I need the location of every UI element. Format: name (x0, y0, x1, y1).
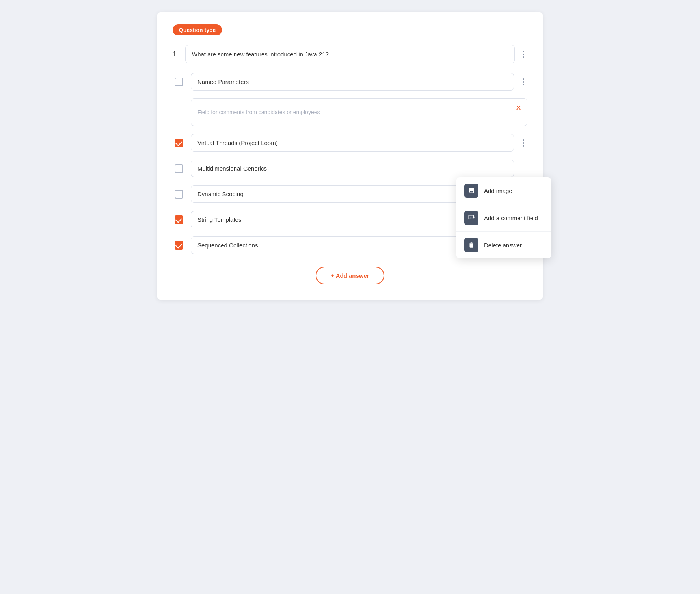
checkbox-wrap (173, 239, 185, 252)
menu-item-delete-answer-label: Delete answer (484, 242, 522, 249)
answer-checkbox-a5[interactable] (175, 215, 183, 224)
question-row: 1 (173, 45, 527, 63)
answer-more-btn-a2[interactable] (519, 137, 527, 149)
answer-input-a2[interactable] (191, 134, 514, 152)
question-more-btn[interactable] (519, 48, 527, 60)
answer-row (173, 73, 527, 91)
question-type-badge: Question type (173, 24, 222, 35)
comment-field-box: Field for comments from candidates or em… (191, 98, 527, 126)
trash-icon (464, 238, 478, 252)
menu-item-add-image[interactable]: Add image (456, 177, 551, 204)
answer-checkbox-a2[interactable] (175, 139, 183, 147)
answer-checkbox-a3[interactable] (175, 164, 183, 173)
comment-close-btn[interactable]: ✕ (516, 104, 521, 111)
checkbox-wrap (173, 137, 185, 149)
question-input[interactable] (185, 45, 515, 63)
menu-item-delete-answer[interactable]: Delete answer (456, 232, 551, 258)
question-number: 1 (173, 50, 181, 58)
menu-item-add-comment[interactable]: Add a comment field (456, 204, 551, 232)
checkbox-wrap (173, 76, 185, 88)
answer-checkbox-a6[interactable] (175, 241, 183, 250)
answer-more-btn-a1[interactable] (519, 76, 527, 88)
add-answer-button[interactable]: + Add answer (316, 267, 384, 284)
comment-placeholder: Field for comments from candidates or em… (197, 109, 320, 115)
menu-item-add-image-label: Add image (484, 187, 512, 194)
question-card: Question type 1 Field for comments from … (157, 12, 543, 300)
answer-checkbox-a1[interactable] (175, 78, 183, 86)
image-icon (464, 184, 478, 198)
checkbox-wrap (173, 213, 185, 226)
checkbox-wrap (173, 188, 185, 200)
context-menu: Add image Add a comment field Delete ans… (456, 177, 551, 258)
checkbox-wrap (173, 162, 185, 175)
comment-field-row: Field for comments from candidates or em… (191, 98, 527, 126)
answer-checkbox-a4[interactable] (175, 190, 183, 199)
answer-row (173, 160, 527, 177)
answer-input-a1[interactable] (191, 73, 514, 91)
answer-input-a3[interactable] (191, 160, 514, 177)
answer-row (173, 134, 527, 152)
menu-item-add-comment-label: Add a comment field (484, 215, 538, 221)
comment-icon (464, 211, 478, 225)
